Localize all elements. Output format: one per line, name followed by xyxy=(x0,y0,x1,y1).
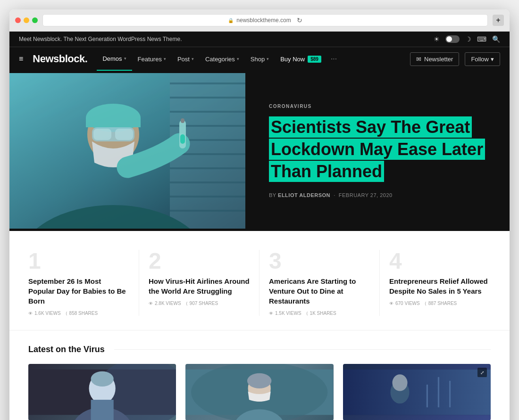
maximize-dot[interactable] xyxy=(32,17,38,23)
latest-card-3[interactable]: ⤢ xyxy=(343,364,491,420)
nav-categories[interactable]: Categories ▾ xyxy=(200,48,245,70)
svg-rect-4 xyxy=(170,97,245,99)
shares-count-4: 887 SHARES xyxy=(428,301,457,306)
new-tab-button[interactable]: + xyxy=(493,15,504,26)
svg-rect-17 xyxy=(86,118,141,127)
hamburger-icon[interactable]: ≡ xyxy=(19,55,23,63)
reload-icon[interactable]: ↻ xyxy=(297,16,302,24)
sun-icon[interactable]: ☀ xyxy=(434,35,440,43)
theme-toggle[interactable] xyxy=(445,35,460,43)
browser-dots xyxy=(15,17,38,23)
scientist-illustration xyxy=(9,73,245,229)
hero-content: CORONAVIRUS Scientists Say The Great Loc… xyxy=(245,85,510,216)
latest-card-1[interactable] xyxy=(28,364,176,420)
nav-more-dots[interactable]: ··· xyxy=(327,47,341,71)
views-count-1: 1.6K VIEWS xyxy=(34,311,61,316)
article-meta-1: 👁 1.6K VIEWS ⟨ 858 SHARES xyxy=(28,311,129,316)
card3-illustration xyxy=(343,364,491,420)
hero-title-line1: Scientists Say The Great xyxy=(269,116,472,138)
article-meta-4: 👁 670 VIEWS ⟨ 887 SHARES xyxy=(389,301,491,306)
article-number-3: 3 xyxy=(269,250,370,272)
svg-point-41 xyxy=(392,374,407,391)
shares-count-1: 858 SHARES xyxy=(69,311,98,316)
expand-icon[interactable]: ⤢ xyxy=(477,368,487,377)
latest-divider xyxy=(114,349,491,350)
hero-title-line3: Than Planned xyxy=(269,161,384,182)
latest-card-image-3: ⤢ xyxy=(343,364,491,420)
address-text: newsblocktheme.com xyxy=(236,17,291,24)
card2-illustration xyxy=(185,364,333,420)
latest-section: Latest on the Virus xyxy=(9,330,510,420)
site-content: Meet Newsblock. The Next Generation Word… xyxy=(9,32,510,420)
article-meta-2: 👁 2.8K VIEWS ⟨ 907 SHARES xyxy=(149,301,250,306)
keyboard-icon[interactable]: ⌨ xyxy=(477,35,486,43)
nav-features[interactable]: Features ▾ xyxy=(132,48,172,70)
top-bar: Meet Newsblock. The Next Generation Word… xyxy=(9,32,510,47)
nav-shop[interactable]: Shop ▾ xyxy=(245,48,275,70)
svg-rect-10 xyxy=(170,181,245,183)
views-icon-4: 👁 xyxy=(389,301,393,306)
newsletter-button[interactable]: ✉ Newsletter xyxy=(410,52,459,66)
views-count-3: 1.5K VIEWS xyxy=(275,311,301,316)
minimize-dot[interactable] xyxy=(24,17,29,23)
lock-icon: 🔒 xyxy=(228,18,234,23)
follow-arrow-icon: ▾ xyxy=(491,56,494,63)
article-title-2[interactable]: How Virus-Hit Airlines Around the World … xyxy=(149,276,250,296)
hero-author-prefix: BY xyxy=(269,192,276,198)
svg-rect-22 xyxy=(180,134,185,144)
nav-post[interactable]: Post ▾ xyxy=(172,48,200,70)
svg-rect-9 xyxy=(170,167,245,169)
numbered-article-2: 2 How Virus-Hit Airlines Around the Worl… xyxy=(139,250,260,316)
nav-buy-now[interactable]: Buy Now $89 xyxy=(275,48,327,70)
follow-label: Follow xyxy=(471,56,489,63)
latest-grid: CORONAVIRUS ⤢ xyxy=(28,364,491,420)
nav-links: Demos ▾ Features ▾ Post ▾ Categories ▾ xyxy=(97,47,341,71)
main-nav: ≡ Newsblock. Demos ▾ Features ▾ Post ▾ xyxy=(9,47,510,71)
features-arrow: ▾ xyxy=(164,57,166,61)
nav-demos[interactable]: Demos ▾ xyxy=(97,48,132,71)
shares-icon-1: ⟨ xyxy=(66,311,67,316)
top-bar-icons: ☀ ☽ ⌨ 🔍 xyxy=(434,35,500,43)
svg-rect-20 xyxy=(115,129,133,140)
newsletter-label: Newsletter xyxy=(424,56,453,63)
moon-icon[interactable]: ☽ xyxy=(465,35,471,43)
hero-section: CORONAVIRUS Scientists Say The Great Loc… xyxy=(9,71,510,231)
demos-arrow: ▾ xyxy=(124,56,126,61)
browser-window: 🔒 newsblocktheme.com ↻ + Meet Newsblock.… xyxy=(9,9,510,420)
search-icon[interactable]: 🔍 xyxy=(492,35,500,43)
svg-point-34 xyxy=(247,373,271,388)
announcement-text: Meet Newsblock. The Next Generation Word… xyxy=(19,36,182,42)
numbered-articles-section: 1 September 26 Is Most Popular Day for B… xyxy=(9,231,510,330)
follow-button[interactable]: Follow ▾ xyxy=(465,52,500,66)
buy-badge: $89 xyxy=(308,56,321,63)
browser-chrome: 🔒 newsblocktheme.com ↻ + xyxy=(9,9,510,32)
numbered-article-3: 3 Americans Are Starting to Venture Out … xyxy=(260,250,380,316)
views-icon-1: 👁 xyxy=(28,311,33,316)
hero-author[interactable]: ELLIOT ALDERSON xyxy=(278,192,330,198)
newsletter-icon: ✉ xyxy=(416,56,421,63)
shares-count-3: 1K SHARES xyxy=(310,311,336,316)
latest-header: Latest on the Virus xyxy=(28,345,491,354)
article-title-4[interactable]: Entrepreneurs Relief Allowed Despite No … xyxy=(389,276,491,296)
hero-date: FEBRUARY 27, 2020 xyxy=(339,192,393,198)
svg-rect-23 xyxy=(181,118,184,123)
article-title-1[interactable]: September 26 Is Most Popular Day for Bab… xyxy=(28,276,129,306)
close-dot[interactable] xyxy=(15,17,21,23)
svg-rect-11 xyxy=(170,196,245,198)
categories-arrow: ▾ xyxy=(237,57,239,61)
svg-rect-3 xyxy=(170,82,245,84)
address-bar[interactable]: 🔒 newsblocktheme.com ↻ xyxy=(42,14,488,26)
latest-card-2[interactable]: CORONAVIRUS xyxy=(185,364,333,420)
svg-rect-5 xyxy=(170,111,245,113)
views-count-4: 670 VIEWS xyxy=(395,301,420,306)
numbered-article-1: 1 September 26 Is Most Popular Day for B… xyxy=(19,250,139,316)
views-icon-3: 👁 xyxy=(269,311,273,316)
hero-title-line2: Lockdown May Ease Later xyxy=(269,139,485,160)
shares-icon-2: ⟨ xyxy=(186,301,188,306)
shares-count-2: 907 SHARES xyxy=(190,301,218,306)
article-title-3[interactable]: Americans Are Starting to Venture Out to… xyxy=(269,276,370,306)
views-count-2: 2.8K VIEWS xyxy=(155,301,181,306)
numbered-article-4: 4 Entrepreneurs Relief Allowed Despite N… xyxy=(380,250,500,316)
site-logo[interactable]: Newsblock. xyxy=(33,53,87,65)
latest-card-image-1 xyxy=(28,364,176,420)
